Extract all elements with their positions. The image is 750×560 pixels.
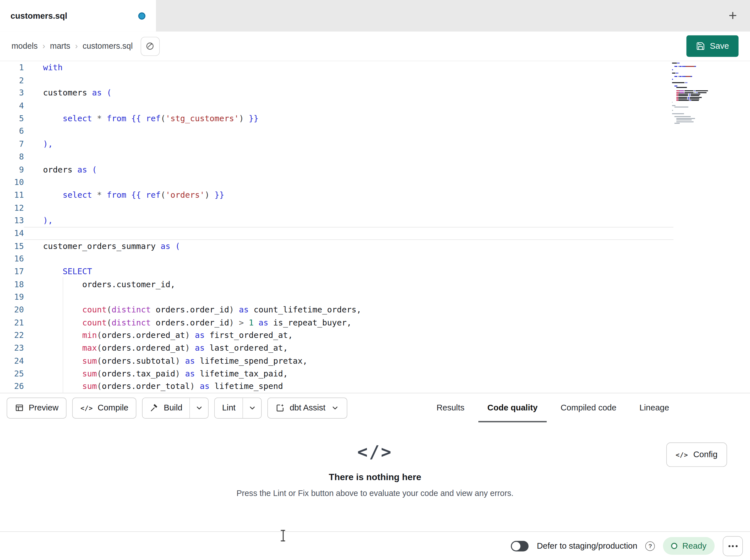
code-text: customer_orders_summary as ( [24,240,673,252]
code-token [151,305,156,314]
code-line-26[interactable]: 26 sum(orders.order_total) as lifetime_s… [0,380,750,393]
code-line-21[interactable]: 21 count(distinct orders.order_id) > 1 a… [0,316,750,329]
action-toolbar: Preview </> Compile Build [0,393,750,422]
code-token: ) [239,113,244,123]
results-tab-code-quality[interactable]: Code quality [478,393,547,422]
build-button[interactable]: Build [143,398,190,418]
code-line-19[interactable]: 19 [0,291,750,303]
code-line-23[interactable]: 23 max(orders.ordered_at) as last_ordere… [0,341,750,354]
code-token: as [160,241,171,251]
code-line-10[interactable]: 10 [0,176,750,189]
code-line-8[interactable]: 8 [0,150,750,163]
save-button[interactable]: Save [687,36,739,57]
status-badge-label: Ready [682,541,706,551]
code-token [87,88,92,98]
code-line-20[interactable]: 20 count(distinct orders.order_id) as co… [0,303,750,316]
code-token: sum [82,356,97,366]
code-token: customers [43,88,87,98]
code-line-3[interactable]: 3customers as ( [0,87,750,99]
code-text: ), [24,138,673,150]
code-token [126,190,131,200]
minimap[interactable] [672,61,716,124]
code-token [244,317,249,327]
code-token: as [259,317,269,327]
code-line-18[interactable]: 18 orders.customer_id, [0,278,750,291]
code-token [210,381,214,391]
config-button[interactable]: </> Config [666,442,727,467]
breadcrumb-item[interactable]: customers.sql [82,41,133,51]
code-token [195,356,200,366]
results-tab-lineage[interactable]: Lineage [630,393,678,422]
code-token: orders.order_total [102,381,190,391]
build-dropdown-button[interactable] [190,398,208,418]
minimap-line [672,122,716,124]
code-token [126,113,131,123]
code-editor[interactable]: 1with23customers as (45 select * from {{… [0,61,750,393]
line-number: 24 [0,354,24,367]
code-token [87,165,92,174]
dbt-assist-button-label: dbt Assist [290,403,325,413]
file-context-icon-button[interactable] [140,37,159,56]
more-options-button[interactable] [723,536,743,556]
file-tab-customers-sql[interactable]: customers.sql [0,0,156,32]
chevron-down-icon [248,403,256,412]
indent-guide [63,277,63,393]
code-line-1[interactable]: 1with [0,61,750,74]
code-token: ( [97,330,102,340]
code-line-11[interactable]: 11 select * from {{ ref('orders') }} [0,189,750,201]
compile-button[interactable]: </> Compile [72,397,136,418]
code-text [24,227,673,240]
new-tab-button[interactable]: + [722,5,743,26]
code-line-16[interactable]: 16 [0,252,750,265]
line-number: 12 [0,201,24,214]
code-line-9[interactable]: 9orders as ( [0,163,750,176]
code-line-2[interactable]: 2 [0,74,750,87]
code-token [190,330,195,340]
defer-toggle[interactable] [511,541,529,551]
line-number: 18 [0,278,24,291]
code-token [92,113,97,123]
code-line-17[interactable]: 17 SELECT [0,265,750,278]
code-token: }} [210,190,224,200]
lint-dropdown-button[interactable] [243,398,261,418]
code-token: ( [97,381,102,391]
line-number: 8 [0,150,24,163]
results-tab-compiled-code[interactable]: Compiled code [552,393,626,422]
code-token: count [82,317,106,327]
code-line-4[interactable]: 4 [0,99,750,112]
dbt-assist-button[interactable]: dbt Assist [268,397,348,418]
code-line-7[interactable]: 7), [0,138,750,150]
code-token: as [195,343,205,353]
line-number: 5 [0,112,24,125]
code-token: as [77,165,87,174]
status-bar: Defer to staging/production ? Ready [0,532,750,560]
code-token: ), [43,215,53,225]
code-token: distinct [112,305,151,314]
breadcrumb-item[interactable]: marts [50,41,70,51]
lint-button[interactable]: Lint [215,398,243,418]
code-line-25[interactable]: 25 sum(orders.tax_paid) as lifetime_tax_… [0,367,750,380]
code-line-13[interactable]: 13), [0,214,750,227]
code-line-5[interactable]: 5 select * from {{ ref('stg_customers') … [0,112,750,125]
code-line-15[interactable]: 15customer_orders_summary as ( [0,240,750,252]
code-token: * [97,113,102,123]
code-line-12[interactable]: 12 [0,201,750,214]
breadcrumb-item[interactable]: models [11,41,37,51]
code-token: orders [43,165,73,174]
preview-button[interactable]: Preview [7,397,67,418]
code-token: as [239,305,249,314]
code-token: as [185,369,195,378]
code-token: ), [43,139,53,149]
code-token [171,241,175,251]
code-line-6[interactable]: 6 [0,125,750,138]
status-badge-ready[interactable]: Ready [663,537,714,555]
line-number: 7 [0,138,24,150]
code-line-24[interactable]: 24 sum(orders.subtotal) as lifetime_spen… [0,354,750,367]
code-token: as [195,330,205,340]
code-token: orders.customer_id, [82,279,175,289]
code-line-22[interactable]: 22 min(orders.ordered_at) as first_order… [0,329,750,341]
code-token: ) [229,305,234,314]
code-line-14[interactable]: 14 [0,227,750,240]
results-tab-results[interactable]: Results [427,393,474,422]
help-icon[interactable]: ? [645,541,655,551]
